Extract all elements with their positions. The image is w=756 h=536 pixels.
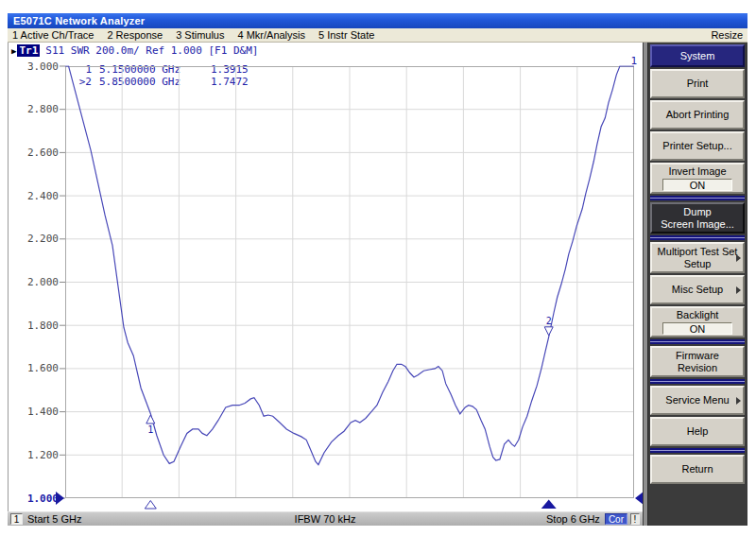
- marker-1-stimulus-icon: [145, 501, 156, 510]
- submenu-arrow-icon: [736, 286, 741, 294]
- plot-svg: 12: [65, 66, 634, 510]
- softkey-label: Abort Printing: [666, 109, 730, 121]
- active-trace-indicator-icon: ▶: [11, 46, 16, 56]
- graticule: 1 12: [65, 66, 634, 498]
- softkey-label: Multiport Test Set: [658, 246, 738, 258]
- submenu-arrow-icon: [736, 254, 741, 262]
- y-axis-tick-label: 2.000: [9, 276, 59, 288]
- menu-items: 1 Active Ch/Trace2 Response3 Stimulus4 M…: [12, 29, 387, 41]
- softkey-label: Invert Image: [668, 165, 726, 178]
- softkey-invert-image[interactable]: Invert ImageON: [650, 163, 745, 194]
- trace-info-bar[interactable]: ▶ Tr1 S11 SWR 200.0m/ Ref 1.000 [F1 D&M]: [11, 44, 258, 57]
- marker-2-stimulus-icon: [541, 500, 557, 510]
- measurement-display: ▶ Tr1 S11 SWR 200.0m/ Ref 1.000 [F1 D&M]…: [8, 43, 643, 511]
- y-axis-tick-label: 1.800: [9, 320, 59, 332]
- marker-1-glyph-icon: [146, 415, 155, 424]
- menu-item-4-mkr-analysis[interactable]: 4 Mkr/Analysis: [237, 29, 305, 41]
- menu-item-2-response[interactable]: 2 Response: [107, 29, 163, 41]
- softkey-separator: [650, 339, 745, 344]
- softkey-firmware-revision[interactable]: FirmwareRevision: [650, 346, 745, 377]
- menu-item-1-active-ch-trace[interactable]: 1 Active Ch/Trace: [12, 29, 94, 41]
- y-axis-tick-label: 2.400: [9, 190, 59, 202]
- menu-item-3-stimulus[interactable]: 3 Stimulus: [176, 29, 224, 41]
- marker-2-label: 2: [546, 316, 552, 326]
- y-axis-tick-label: 1.400: [9, 406, 59, 418]
- resize-button[interactable]: Resize: [711, 29, 743, 41]
- softkey-multiport-test-set-setup[interactable]: Multiport Test SetSetup: [650, 242, 745, 273]
- softkey-toggle-state: ON: [662, 179, 732, 191]
- marker-2-glyph-icon: [544, 327, 553, 336]
- alert-indicator: !: [630, 513, 640, 525]
- softkey-label: Revision: [678, 362, 717, 374]
- softkey-dump-screen-image[interactable]: DumpScreen Image...: [650, 202, 745, 233]
- trace-tag[interactable]: Tr1: [17, 44, 40, 57]
- softkey-label: Print: [687, 78, 709, 90]
- softkey-toggle-state: ON: [662, 322, 732, 335]
- softkey-separator: [650, 379, 745, 384]
- menu-bar: 1 Active Ch/Trace2 Response3 Stimulus4 M…: [8, 28, 747, 43]
- softkey-return[interactable]: Return: [650, 455, 745, 484]
- softkey-backlight[interactable]: BacklightON: [650, 306, 745, 337]
- start-frequency-label: Start 5 GHz: [27, 513, 81, 525]
- stop-frequency-label: Stop 6 GHz: [546, 513, 600, 525]
- softkey-label: Help: [687, 425, 709, 438]
- softkey-label: Dump: [683, 206, 711, 218]
- softkey-separator: [650, 196, 745, 200]
- y-axis-tick-label: 1.600: [9, 362, 59, 374]
- channel-status-box: 1: [10, 513, 23, 525]
- softkey-label: Firmware: [676, 350, 719, 362]
- correction-status-badge: Cor: [605, 513, 627, 525]
- softkey-label: Backlight: [677, 309, 719, 321]
- analyzer-screen: E5071C Network Analyzer 1 Active Ch/Trac…: [0, 0, 756, 536]
- softkey-label: Screen Image...: [661, 218, 734, 231]
- y-axis-tick-label: 3.000: [9, 61, 59, 73]
- menu-item-5-instr-state[interactable]: 5 Instr State: [318, 29, 374, 41]
- window-titlebar[interactable]: E5071C Network Analyzer: [8, 13, 747, 28]
- y-axis-reference-label: 1.000: [9, 493, 59, 505]
- window-title: E5071C Network Analyzer: [13, 15, 145, 26]
- status-bar: 1 Start 5 GHz IFBW 70 kHz Stop 6 GHz Cor…: [8, 511, 643, 526]
- ref-level-indicator-left-icon: [56, 492, 64, 505]
- softkey-abort-printing[interactable]: Abort Printing: [650, 100, 745, 130]
- softkey-misc-setup[interactable]: Misc Setup: [650, 275, 745, 304]
- softkey-separator: [650, 448, 745, 453]
- softkey-label: System: [680, 50, 715, 62]
- softkey-label: Misc Setup: [672, 284, 723, 296]
- softkey-label: Setup: [684, 258, 712, 270]
- softkey-sidebar: SystemPrintAbort PrintingPrinter Setup..…: [643, 43, 747, 526]
- y-axis-tick-label: 1.200: [9, 449, 59, 461]
- marker-1-label: 1: [147, 424, 153, 435]
- softkey-scroll-strip[interactable]: [644, 43, 648, 526]
- softkey-system[interactable]: System: [650, 44, 745, 67]
- submenu-arrow-icon: [736, 397, 741, 405]
- softkey-print[interactable]: Print: [650, 69, 745, 98]
- y-axis-tick-label: 2.800: [9, 103, 59, 115]
- softkey-printer-setup[interactable]: Printer Setup...: [650, 131, 745, 161]
- softkey-separator: [650, 235, 745, 240]
- softkey-label: Printer Setup...: [662, 140, 731, 152]
- y-axis-tick-label: 2.200: [9, 233, 59, 245]
- trace-format-text: S11 SWR 200.0m/ Ref 1.000 [F1 D&M]: [45, 44, 258, 57]
- softkey-service-menu[interactable]: Service Menu: [650, 386, 745, 415]
- softkey-help[interactable]: Help: [650, 417, 745, 446]
- channel-number-label: 1: [630, 55, 637, 67]
- softkey-list: SystemPrintAbort PrintingPrinter Setup..…: [650, 44, 745, 486]
- y-axis-tick-label: 2.600: [9, 147, 59, 159]
- softkey-label: Service Menu: [665, 394, 729, 406]
- softkey-label: Return: [681, 463, 713, 475]
